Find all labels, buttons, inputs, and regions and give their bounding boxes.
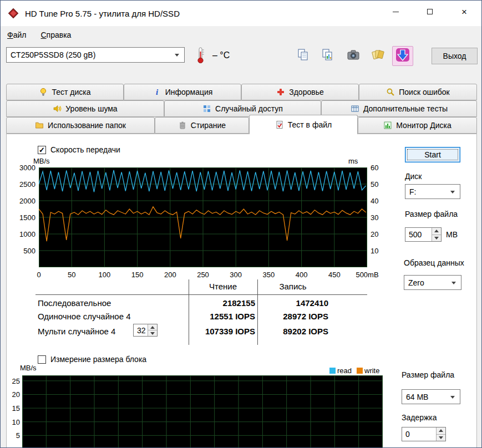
close-button[interactable]: × (447, 1, 481, 23)
tick-label: 450 (328, 271, 341, 279)
file-benchmark-page: ✓ Скорость передачи MB/s ms 500100015002… (6, 134, 477, 448)
bulb-icon (39, 88, 48, 96)
tab-label: Тест диска (52, 88, 90, 96)
transfer-speed-chart (39, 167, 367, 267)
tab-disk-monitor[interactable]: Монитор Диска (358, 117, 477, 134)
tick-label: 2000 (19, 197, 35, 205)
spin-up-button[interactable] (432, 228, 441, 235)
tick-label: 500mB (356, 271, 378, 279)
file-size-spinner[interactable]: 500 (405, 227, 442, 242)
tab-disk-test[interactable]: Тест диска (6, 84, 124, 100)
tick-label: 1500 (19, 213, 35, 222)
presets-button[interactable] (368, 46, 389, 66)
tab-label: Информация (165, 88, 213, 96)
disk-select[interactable]: F: (405, 184, 460, 199)
tab-health[interactable]: Здоровье (241, 84, 359, 100)
table-divider-horizontal (35, 294, 367, 295)
tick-label: 30 (371, 213, 378, 222)
transfer-speed-checkbox[interactable]: ✓ Скорость передачи (38, 145, 120, 154)
menu-help[interactable]: Справка (40, 30, 71, 39)
tab-error-scan[interactable]: Поиск ошибок (359, 84, 477, 100)
file-size-value: 500 (405, 228, 432, 241)
tab-erase[interactable]: Стирание (155, 117, 249, 134)
screenshot-button[interactable] (343, 46, 364, 66)
tab-info[interactable]: i Информация (124, 84, 241, 100)
arrow-down-icon (439, 436, 443, 439)
arrow-up-icon (434, 230, 439, 232)
random-single-read-value: 12551 IOPS (134, 312, 255, 321)
tab-folder-usage[interactable]: Использование папок (6, 117, 155, 134)
tick-label: 300 (230, 271, 242, 279)
tab-label: Уровень шума (65, 104, 117, 113)
device-select-value: CT250P5SSD8 (250 gB) (11, 50, 95, 59)
tab-noise-level[interactable]: Уровень шума (6, 100, 164, 117)
close-icon: × (461, 7, 467, 17)
spin-up-button[interactable] (437, 427, 445, 435)
minimize-button[interactable] (378, 1, 413, 23)
tab-label: Тест в файл (288, 120, 332, 129)
tick-label: 150 (131, 271, 144, 279)
tick-label: 25 (12, 377, 20, 385)
start-button[interactable]: Start (405, 147, 460, 162)
tick-label: 5 (16, 431, 20, 440)
window-title: HD Tune Pro 5.75 - утилита для HD/SSD (25, 9, 180, 18)
copy-image-icon (321, 48, 335, 64)
row-label-sequential: Последовательное (38, 298, 111, 308)
tick-label: 500 (23, 247, 35, 255)
column-header-write: Запись (257, 282, 328, 291)
tick-label: 1000 (19, 230, 35, 238)
checkbox-empty-box (38, 355, 46, 364)
trash-icon (178, 121, 187, 130)
maximize-button[interactable] (413, 1, 447, 23)
tick-label: 60 (371, 164, 378, 172)
exit-button[interactable]: Выход (432, 48, 478, 64)
block-size-checkbox[interactable]: Измерение размера блока (38, 355, 146, 364)
tab-label: Монитор Диска (396, 121, 451, 130)
spin-down-button[interactable] (432, 235, 441, 242)
block-size-chart (22, 375, 383, 448)
tab-file-benchmark[interactable]: Тест в файл (249, 115, 358, 134)
tab-label: Дополнительные тесты (363, 104, 448, 113)
tick-label: 20 (371, 230, 378, 238)
cards-icon (371, 48, 385, 64)
tick-label: 20 (12, 390, 20, 399)
maximize-icon (427, 9, 433, 14)
file-test-icon (275, 120, 284, 129)
svg-text:i: i (156, 88, 159, 96)
device-select[interactable]: CT250P5SSD8 (250 gB) (6, 47, 185, 63)
copy-image-button[interactable] (317, 46, 338, 66)
block-file-size-label: Размер файла (402, 370, 454, 379)
tick-label: 350 (263, 271, 275, 279)
transfer-speed-label: Скорость передачи (50, 145, 120, 154)
block-file-size-select[interactable]: 64 MB (402, 389, 460, 404)
copy-text-button[interactable] (293, 46, 314, 66)
tick-label: 400 (296, 271, 308, 279)
sequential-write-value: 1472410 (260, 298, 328, 308)
block-chart-y-unit: MB/s (20, 364, 37, 372)
tick-label: 15 (12, 404, 20, 413)
sequential-read-value: 2182155 (134, 298, 255, 308)
row-label-random-single: Одиночное случайное 4 (38, 312, 130, 321)
copy-icon (296, 48, 311, 64)
spin-down-button[interactable] (437, 435, 445, 441)
arrow-down-icon (434, 237, 439, 240)
delay-spinner[interactable]: 0 (402, 427, 446, 441)
delay-label: Задержка (402, 413, 437, 422)
x-tick-labels: 050100150200250300350400450500mB (39, 271, 378, 279)
tab-label: Поиск ошибок (399, 88, 449, 96)
legend-read-swatch (329, 368, 336, 374)
random-multi-write-value: 89202 IOPS (260, 327, 328, 336)
file-benchmark-button[interactable] (392, 46, 413, 66)
tab-label: Здоровье (289, 88, 324, 96)
arrow-up-icon (439, 429, 443, 432)
health-cross-icon (276, 88, 285, 96)
tick-label: 50 (371, 180, 378, 189)
menu-file[interactable]: Файл (7, 30, 26, 39)
minimize-icon (393, 12, 399, 12)
y-left-tick-labels: 50010001500200025003000 (10, 167, 35, 267)
data-pattern-select[interactable]: Zero (404, 275, 461, 290)
thermometer-icon (196, 47, 206, 67)
column-header-read: Чтение (189, 282, 257, 291)
file-size-unit: MB (446, 230, 458, 239)
speaker-icon (53, 104, 62, 113)
